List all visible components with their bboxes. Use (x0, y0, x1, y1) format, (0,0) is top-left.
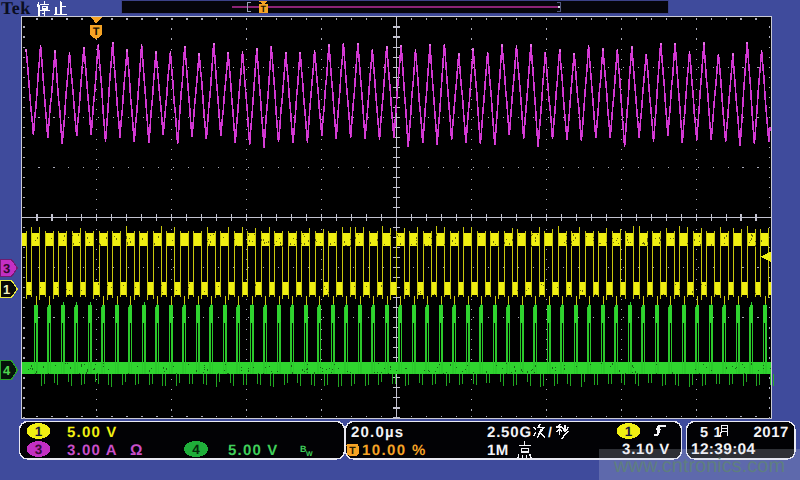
svg-text:1: 1 (625, 424, 633, 439)
svg-text:Ω: Ω (130, 442, 142, 459)
svg-text:www.cntronics.com: www.cntronics.com (613, 455, 785, 477)
svg-text:2017: 2017 (754, 424, 789, 441)
svg-text:/: / (548, 424, 552, 440)
svg-text:10.00 %: 10.00 % (362, 442, 427, 459)
svg-text:4: 4 (3, 363, 11, 378)
svg-text:1: 1 (35, 424, 43, 439)
svg-text:T: T (349, 445, 356, 457)
svg-text:5.00 V: 5.00 V (228, 442, 279, 459)
svg-text:5.00 V: 5.00 V (67, 424, 118, 441)
svg-text:W: W (306, 451, 313, 458)
svg-text:1M: 1M (487, 442, 509, 459)
svg-text:4: 4 (192, 442, 200, 457)
svg-text:3.00 A: 3.00 A (67, 442, 118, 459)
svg-text:3: 3 (35, 442, 43, 457)
svg-text:3: 3 (3, 261, 10, 276)
svg-text:T: T (261, 4, 267, 14)
svg-text:Tek: Tek (1, 0, 31, 18)
svg-text:5: 5 (700, 425, 708, 441)
svg-text:20.0µs: 20.0µs (351, 424, 404, 441)
svg-text:2.50G: 2.50G (487, 424, 532, 441)
svg-text:T: T (93, 26, 100, 38)
svg-text:1: 1 (3, 282, 10, 297)
